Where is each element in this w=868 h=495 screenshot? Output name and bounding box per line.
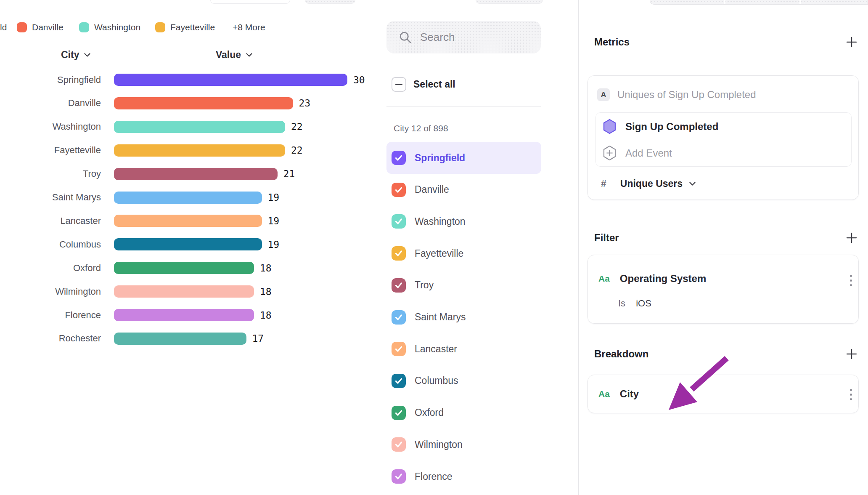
city-label: Florence xyxy=(415,471,452,482)
chart-value-label: 30 xyxy=(353,75,365,85)
chart-value-label: 21 xyxy=(283,168,295,179)
chart-bar[interactable] xyxy=(114,74,347,86)
number-type-icon: # xyxy=(601,178,606,189)
chart-bar-row: Washington22 xyxy=(0,115,380,138)
filter-property-name: Operating System xyxy=(620,273,706,285)
metric-card: A Uniques of Sign Up Completed Sign Up C… xyxy=(587,75,859,200)
checkmark-icon xyxy=(394,217,403,226)
breakdown-bar-chart: ld Danville Washington Fayetteville +8 M… xyxy=(0,0,380,495)
city-label: Lancaster xyxy=(415,343,457,355)
chart-bar-row: Florence18 xyxy=(0,303,380,327)
filter-heading: Filter xyxy=(594,232,619,244)
add-filter-button[interactable] xyxy=(846,232,857,244)
metric-name: Uniques of Sign Up Completed xyxy=(617,89,756,101)
city-label: Troy xyxy=(415,279,434,291)
metric-title-row[interactable]: A Uniques of Sign Up Completed xyxy=(597,88,756,101)
filter-condition-row[interactable]: Is iOS xyxy=(618,298,651,309)
city-label: Springfield xyxy=(415,152,465,164)
chart-category-label: Rochester xyxy=(0,333,101,344)
city-list-item[interactable]: Danville xyxy=(386,174,541,206)
chevron-down-icon xyxy=(689,181,696,186)
chart-bar[interactable] xyxy=(114,262,254,274)
string-type-icon: Aa xyxy=(598,274,610,284)
city-checkbox[interactable] xyxy=(392,183,406,197)
checkmark-icon xyxy=(394,249,403,258)
chart-bar[interactable] xyxy=(114,238,262,250)
segmented-control-cutoff[interactable] xyxy=(650,0,868,5)
string-type-icon: Aa xyxy=(598,389,610,399)
chart-category-label: Saint Marys xyxy=(0,192,101,203)
filter-property-row[interactable]: Aa Operating System xyxy=(598,273,706,285)
plus-icon xyxy=(846,36,857,48)
filter-card: Aa Operating System Is iOS xyxy=(587,255,859,324)
breakdown-property-row[interactable]: Aa City xyxy=(598,388,639,400)
add-event-label: Add Event xyxy=(625,147,672,159)
analytics-dashboard: ld Danville Washington Fayetteville +8 M… xyxy=(0,0,868,495)
city-label: Washington xyxy=(415,216,466,227)
chart-category-label: Oxford xyxy=(0,263,101,274)
breakdown-menu-button[interactable] xyxy=(849,389,852,400)
city-list-item[interactable]: Washington xyxy=(386,205,541,237)
chart-rows: Springfield30Danville23Washington22Fayet… xyxy=(0,0,380,495)
add-breakdown-button[interactable] xyxy=(846,348,857,360)
breakdown-heading: Breakdown xyxy=(594,348,648,360)
city-list-item[interactable]: Saint Marys xyxy=(386,301,541,333)
chart-bar[interactable] xyxy=(114,309,254,321)
city-list-item[interactable]: Oxford xyxy=(386,397,541,429)
city-checkbox[interactable] xyxy=(392,406,406,420)
chart-category-label: Danville xyxy=(0,98,101,109)
checkmark-icon xyxy=(394,472,403,481)
chart-bar[interactable] xyxy=(114,192,262,204)
filter-operator: Is xyxy=(618,298,625,309)
city-checkbox[interactable] xyxy=(392,437,406,452)
city-list-item[interactable]: Springfield xyxy=(386,142,541,174)
filter-menu-button[interactable] xyxy=(849,275,852,286)
city-checkbox[interactable] xyxy=(392,214,406,229)
chart-value-label: 23 xyxy=(299,98,311,109)
filter-value: iOS xyxy=(636,298,651,309)
city-label: Oxford xyxy=(415,407,444,418)
chart-bar[interactable] xyxy=(114,285,254,298)
measure-row[interactable]: # Unique Users xyxy=(601,178,696,189)
chart-bar[interactable] xyxy=(114,121,285,133)
chart-bar[interactable] xyxy=(114,168,278,180)
checkmark-icon xyxy=(394,313,403,322)
city-checkbox[interactable] xyxy=(392,374,406,388)
plus-icon xyxy=(846,232,857,244)
checkmark-icon xyxy=(394,408,403,418)
chart-bar-row: Saint Marys19 xyxy=(0,186,380,209)
chart-bar-row: Wilmington18 xyxy=(0,280,380,303)
chart-bar[interactable] xyxy=(114,97,293,109)
checkmark-icon xyxy=(394,153,403,162)
chart-category-label: Columbus xyxy=(0,239,101,250)
chart-bar[interactable] xyxy=(114,215,262,227)
city-label: Wilmington xyxy=(415,439,463,450)
city-list-item[interactable]: Florence xyxy=(386,460,541,492)
chart-bar-row: Lancaster19 xyxy=(0,209,380,233)
city-list-item[interactable]: Columbus xyxy=(386,365,541,397)
city-checkbox[interactable] xyxy=(392,310,406,325)
city-checkbox[interactable] xyxy=(392,246,406,261)
chart-bar[interactable] xyxy=(114,144,285,157)
add-event-row[interactable]: Add Event xyxy=(603,145,672,161)
city-list-item[interactable]: Fayetteville xyxy=(386,237,541,269)
event-row[interactable]: Sign Up Completed xyxy=(603,119,718,134)
city-list-item[interactable]: Troy xyxy=(386,269,541,301)
plus-icon xyxy=(846,348,857,360)
city-list-item[interactable]: Lancaster xyxy=(386,333,541,365)
add-metric-button[interactable] xyxy=(846,36,857,48)
city-checkbox[interactable] xyxy=(392,151,406,165)
cutoff-chip xyxy=(210,0,290,4)
chart-bar-row: Rochester17 xyxy=(0,327,380,350)
chart-value-label: 18 xyxy=(260,263,272,274)
checkmark-icon xyxy=(394,344,403,354)
city-checkbox[interactable] xyxy=(392,342,406,356)
city-label: Saint Marys xyxy=(415,311,466,323)
metrics-heading: Metrics xyxy=(594,36,630,48)
checkmark-icon xyxy=(394,376,403,386)
chart-bar[interactable] xyxy=(114,333,246,345)
breakdown-card: Aa City xyxy=(587,375,859,413)
city-checkbox[interactable] xyxy=(392,469,406,484)
city-list-item[interactable]: Wilmington xyxy=(386,428,541,460)
city-checkbox[interactable] xyxy=(392,278,406,293)
